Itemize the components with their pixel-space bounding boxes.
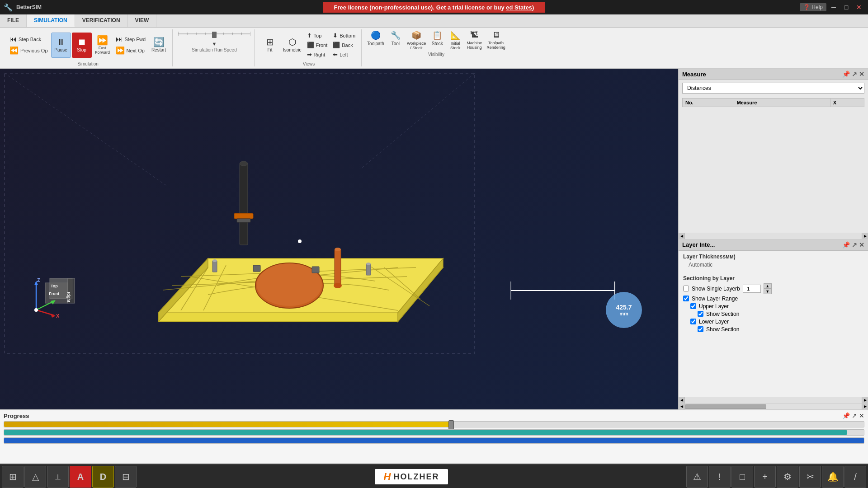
scrollbar-right-btn[interactable]: ▶ (862, 233, 868, 239)
taskbar-btn-2[interactable]: ⊥ (47, 466, 69, 488)
stop-btn[interactable]: ⏹ Stop (72, 33, 92, 58)
fit-btn[interactable]: ⊞ Fit (260, 33, 280, 58)
taskbar-btn-cut[interactable]: ✂ (799, 466, 821, 488)
holzher-h-letter: H (384, 471, 391, 483)
automatic-label: Automatic (689, 262, 712, 268)
taskbar-center: H HOLZHER (137, 469, 685, 484)
isometric-btn[interactable]: ⬡ Isometric (281, 33, 304, 58)
front-btn[interactable]: ⬛ Front (305, 41, 330, 49)
taskbar-btn-3[interactable]: A (70, 466, 91, 488)
visibility-items: 🔵 Toolpath 🔧 Tool 📦 Workpiece/ Stock 📋 S… (365, 29, 507, 51)
visibility-group-label: Visibility (428, 52, 444, 57)
layer-scroll-right[interactable]: ▶ (862, 397, 868, 403)
layer-spin-down[interactable]: ▼ (764, 289, 772, 294)
layer-scrollbar-h[interactable]: ◀ ▶ (679, 397, 868, 403)
top-icon: ⬆ (307, 32, 312, 39)
back-icon: ⬛ (333, 42, 340, 48)
left-btn[interactable]: ⬅ Left (330, 50, 358, 59)
layer-scroll-left2[interactable]: ◀ (679, 404, 685, 409)
show-single-layer-label: Show Single Layerb (692, 286, 740, 292)
show-layer-range-cb[interactable] (683, 296, 689, 301)
progress-close-icon[interactable]: ✕ (859, 412, 864, 419)
tab-simulation[interactable]: SIMULATION (27, 14, 75, 27)
taskbar-btn-4[interactable]: D (92, 466, 114, 488)
layer-scroll-right2[interactable]: ▶ (862, 404, 868, 409)
progress-bar-1[interactable] (4, 421, 864, 427)
prev-op-icon: ⏪ (9, 46, 19, 55)
speed-dropdown[interactable]: ▼ (212, 41, 217, 47)
measure-close-icon[interactable]: ✕ (859, 70, 864, 78)
toolpath-rendering-vis-btn[interactable]: 🖥 ToolpathRendering (485, 29, 507, 51)
top-btn[interactable]: ⬆ Top (305, 31, 330, 40)
taskbar-btn-warn2[interactable]: ! (709, 466, 731, 488)
layer-close-icon[interactable]: ✕ (859, 241, 864, 249)
measure-type-dropdown[interactable]: Distances (682, 83, 864, 94)
taskbar-btn-warn1[interactable]: ⚠ (686, 466, 708, 488)
measure-scrollbar-h[interactable]: ◀ ▶ (679, 233, 868, 239)
restart-btn[interactable]: 🔄 Restart (149, 33, 169, 58)
lower-layer-cb[interactable] (690, 319, 696, 324)
progress-pin-icon[interactable]: 📌 (842, 412, 850, 419)
measure-panel-title: Measure (682, 71, 706, 78)
taskbar-btn-1[interactable]: △ (24, 466, 46, 488)
next-op-btn[interactable]: ⏩ Next Op (113, 45, 148, 56)
minimize-btn[interactable]: ─ (828, 2, 839, 13)
taskbar-btn-settings[interactable]: ⚙ (777, 466, 798, 488)
taskbar-btn-bell[interactable]: 🔔 (822, 466, 844, 488)
layer-thickness-section: Layer Thicknessмм) Automatic (679, 251, 868, 272)
layer-scroll-left[interactable]: ◀ (679, 397, 685, 403)
upper-layer-cb[interactable] (690, 303, 696, 309)
upper-show-section-cb[interactable] (698, 311, 703, 317)
back-btn[interactable]: ⬛ Back (330, 41, 358, 49)
close-btn[interactable]: ✕ (854, 2, 864, 13)
initial-stock-vis-btn[interactable]: 📐 InitialStock (447, 29, 464, 51)
step-back-icon: ⏮ (9, 35, 17, 43)
layer-panel-header: Layer Inte... 📌 ↗ ✕ (679, 239, 868, 251)
workpiece-vis-btn[interactable]: 📦 Workpiece/ Stock (405, 29, 428, 51)
taskbar-btn-0[interactable]: ⊞ (2, 466, 24, 488)
front-icon: ⬛ (307, 42, 314, 48)
pause-btn[interactable]: ⏸ Pause (51, 33, 71, 58)
toolpath-vis-btn[interactable]: 🔵 Toolpath (365, 29, 386, 51)
show-single-layer-cb[interactable] (683, 286, 689, 291)
right-btn[interactable]: ➡ Right (305, 50, 330, 59)
layer-spin-up[interactable]: ▲ (764, 283, 772, 289)
measure-pin-icon[interactable]: 📌 (842, 70, 850, 78)
fast-forward-btn[interactable]: ⏩ FastForward (93, 33, 113, 58)
step-fwd-btn[interactable]: ⏭ Step Fwd (113, 34, 148, 44)
viewport[interactable]: 425.7 mm Front Top Right Z (0, 69, 678, 409)
taskbar-btn-square[interactable]: □ (731, 466, 753, 488)
bottom-btn[interactable]: ⬇ Bottom (330, 31, 358, 40)
taskbar-btn-5[interactable]: ⊟ (115, 466, 137, 488)
maximize-btn[interactable]: □ (841, 2, 852, 13)
lower-show-section-cb[interactable] (698, 326, 703, 332)
bottom-icon: ⬇ (333, 32, 338, 39)
license-notice-bar[interactable]: Free license (non-professional use). Get… (323, 2, 545, 13)
tab-file[interactable]: FILE (0, 14, 27, 27)
stock-vis-btn[interactable]: 📋 Stock (429, 29, 446, 51)
measure-detach-icon[interactable]: ↗ (852, 70, 857, 78)
previous-op-btn[interactable]: ⏪ Previous Op (7, 45, 50, 56)
svg-text:Front: Front (49, 291, 59, 296)
taskbar-btn-add[interactable]: + (754, 466, 776, 488)
step-back-btn[interactable]: ⏮ Step Back (7, 34, 50, 44)
layer-detach-icon[interactable]: ↗ (852, 241, 857, 249)
layer-scrollbar-h2[interactable]: ◀ ▶ (679, 403, 868, 409)
tab-view[interactable]: VIEW (128, 14, 157, 27)
tab-verification[interactable]: VERIFICATION (75, 14, 128, 27)
app-icon: 🔧 (4, 3, 13, 12)
measure-table: No. Measure X (682, 98, 864, 107)
tool-vis-btn[interactable]: 🔧 Tool (387, 29, 404, 51)
machine-housing-vis-btn[interactable]: 🏗 MachineHousing (465, 29, 484, 51)
scrollbar-left-btn[interactable]: ◀ (679, 233, 685, 239)
layer-pin-icon[interactable]: 📌 (842, 241, 850, 249)
workpiece-3d (136, 150, 461, 367)
svg-rect-32 (335, 249, 341, 286)
measure-panel-header: Measure 📌 ↗ ✕ (679, 69, 868, 80)
progress-detach-icon[interactable]: ↗ (852, 412, 857, 419)
speed-tick-marks (178, 29, 250, 39)
taskbar-btn-slash[interactable]: / (844, 466, 866, 488)
help-btn[interactable]: ❓ Help (800, 3, 826, 11)
upper-show-section-label: Show Section (706, 311, 739, 317)
layer-number-input[interactable] (743, 285, 761, 293)
